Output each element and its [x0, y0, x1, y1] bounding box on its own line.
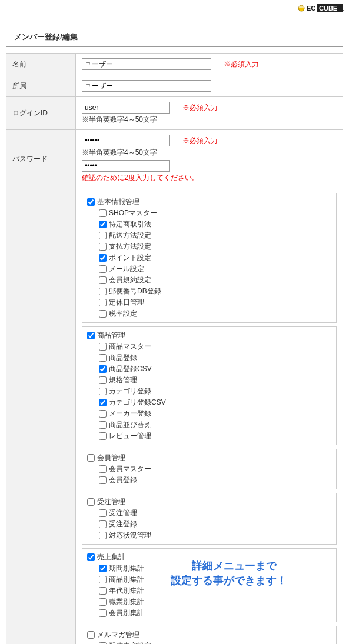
perm-child-checkbox[interactable]: [99, 343, 107, 351]
perm-child-label: レビュー管理: [109, 432, 151, 440]
perm-child-row[interactable]: 会員登録: [87, 475, 331, 485]
perm-child-checkbox[interactable]: [99, 576, 107, 583]
perm-parent-checkbox[interactable]: [87, 198, 95, 206]
perm-child-checkbox[interactable]: [99, 354, 107, 362]
perm-child-checkbox[interactable]: [99, 388, 107, 395]
perm-child-row[interactable]: 商品並び替え: [87, 420, 331, 430]
perm-child-row[interactable]: 配送方法設定: [87, 231, 331, 241]
perm-child-row[interactable]: 商品登録CSV: [87, 364, 331, 374]
perm-child-checkbox[interactable]: [99, 276, 107, 284]
svg-text:CUBE: CUBE: [319, 5, 337, 12]
perm-child-row[interactable]: 税率設定: [87, 309, 331, 319]
perm-child-checkbox[interactable]: [99, 299, 107, 306]
perm-child-row[interactable]: カテゴリ登録CSV: [87, 398, 331, 408]
perm-child-checkbox[interactable]: [99, 288, 107, 295]
perm-parent-checkbox[interactable]: [87, 631, 95, 639]
perm-child-checkbox[interactable]: [99, 265, 107, 273]
label-loginid: ログインID: [6, 97, 76, 130]
perm-child-label: 配信内容設定: [109, 642, 151, 644]
perm-parent-label: 受注管理: [97, 498, 125, 506]
perm-child-row[interactable]: 定休日管理: [87, 298, 331, 308]
perm-parent-row[interactable]: 受注管理: [87, 497, 331, 507]
perm-child-row[interactable]: 対応状況管理: [87, 530, 331, 540]
perm-child-row[interactable]: 支払方法設定: [87, 242, 331, 252]
perm-child-checkbox[interactable]: [99, 598, 107, 606]
perm-child-checkbox[interactable]: [99, 243, 107, 251]
perm-child-label: 商品マスター: [109, 342, 151, 351]
perm-child-row[interactable]: 会員マスター: [87, 464, 331, 474]
perm-child-row[interactable]: カテゴリ登録: [87, 386, 331, 396]
perm-child-checkbox[interactable]: [99, 365, 107, 373]
perm-child-checkbox[interactable]: [99, 310, 107, 318]
perm-parent-row[interactable]: メルマガ管理: [87, 630, 331, 640]
perm-parent-checkbox[interactable]: [87, 332, 95, 339]
perm-child-checkbox[interactable]: [99, 565, 107, 572]
perm-child-row[interactable]: レビュー管理: [87, 431, 331, 441]
perm-child-row[interactable]: 商品マスター: [87, 342, 331, 352]
perm-child-row[interactable]: 特定商取引法: [87, 219, 331, 229]
label-name: 名前: [6, 54, 76, 75]
perm-child-row[interactable]: SHOPマスター: [87, 208, 331, 218]
perm-child-checkbox[interactable]: [99, 221, 107, 228]
password-input[interactable]: [82, 135, 170, 146]
perm-child-checkbox[interactable]: [99, 509, 107, 517]
perm-group: 会員管理会員マスター会員登録: [82, 449, 337, 489]
perm-parent-row[interactable]: 売上集計: [87, 552, 331, 562]
perm-child-row[interactable]: 配信内容設定: [87, 641, 331, 644]
name-input[interactable]: [82, 58, 211, 70]
perm-parent-row[interactable]: 商品管理: [87, 331, 331, 341]
perm-child-checkbox[interactable]: [99, 587, 107, 595]
perm-parent-row[interactable]: 会員管理: [87, 453, 331, 463]
perm-child-label: 年代別集計: [109, 586, 144, 595]
perm-child-label: 配送方法設定: [109, 231, 151, 239]
perm-child-row[interactable]: 規格管理: [87, 375, 331, 385]
perm-parent-checkbox[interactable]: [87, 498, 95, 506]
perm-child-checkbox[interactable]: [99, 254, 107, 262]
perm-child-row[interactable]: 会員規約設定: [87, 275, 331, 285]
perm-child-row[interactable]: 会員別集計: [87, 608, 331, 618]
perm-child-row[interactable]: 受注登録: [87, 519, 331, 529]
perm-child-row[interactable]: 職業別集計: [87, 597, 331, 607]
perm-child-row[interactable]: 期間別集計: [87, 563, 331, 573]
perm-child-row[interactable]: 商品登録: [87, 353, 331, 363]
perm-child-checkbox[interactable]: [99, 410, 107, 418]
perm-child-row[interactable]: メール設定: [87, 264, 331, 274]
perm-child-checkbox[interactable]: [99, 476, 107, 484]
perm-child-row[interactable]: 商品別集計: [87, 575, 331, 585]
perm-child-label: カテゴリ登録CSV: [109, 398, 166, 406]
label-permissions: [6, 188, 76, 645]
loginid-input[interactable]: [82, 102, 170, 114]
perm-group: 基本情報管理SHOPマスター特定商取引法配送方法設定支払方法設定ポイント設定メー…: [82, 193, 337, 323]
perm-child-checkbox[interactable]: [99, 432, 107, 440]
perm-child-checkbox[interactable]: [99, 421, 107, 429]
perm-child-checkbox[interactable]: [99, 376, 107, 384]
perm-child-checkbox[interactable]: [99, 532, 107, 539]
perm-child-checkbox[interactable]: [99, 399, 107, 406]
perm-child-label: カテゴリ登録: [109, 387, 151, 395]
perm-parent-label: メルマガ管理: [97, 630, 139, 639]
required-mark: ※必須入力: [182, 104, 218, 112]
svg-text:.: .: [343, 6, 344, 12]
perm-child-label: 郵便番号DB登録: [109, 287, 161, 295]
perm-child-label: 定休日管理: [109, 298, 144, 306]
perm-child-checkbox[interactable]: [99, 465, 107, 473]
perm-child-checkbox[interactable]: [99, 232, 107, 239]
perm-child-row[interactable]: 受注管理: [87, 508, 331, 518]
dept-input[interactable]: [82, 80, 211, 92]
perm-parent-checkbox[interactable]: [87, 454, 95, 462]
perm-child-label: 規格管理: [109, 376, 137, 384]
perm-child-checkbox[interactable]: [99, 520, 107, 528]
perm-child-label: 商品別集計: [109, 575, 144, 583]
perm-child-row[interactable]: メーカー登録: [87, 409, 331, 419]
perm-child-row[interactable]: 郵便番号DB登録: [87, 286, 331, 296]
password-hint: ※半角英数字4～50文字: [82, 148, 337, 158]
perm-parent-checkbox[interactable]: [87, 553, 95, 561]
permissions-cell: 基本情報管理SHOPマスター特定商取引法配送方法設定支払方法設定ポイント設定メー…: [76, 188, 343, 645]
perm-parent-row[interactable]: 基本情報管理: [87, 197, 331, 207]
perm-child-row[interactable]: 年代別集計: [87, 586, 331, 596]
perm-child-checkbox[interactable]: [99, 209, 107, 217]
perm-child-row[interactable]: ポイント設定: [87, 253, 331, 263]
perm-child-checkbox[interactable]: [99, 609, 107, 617]
perm-child-label: 対応状況管理: [109, 531, 151, 539]
password-confirm-input[interactable]: [82, 160, 170, 172]
